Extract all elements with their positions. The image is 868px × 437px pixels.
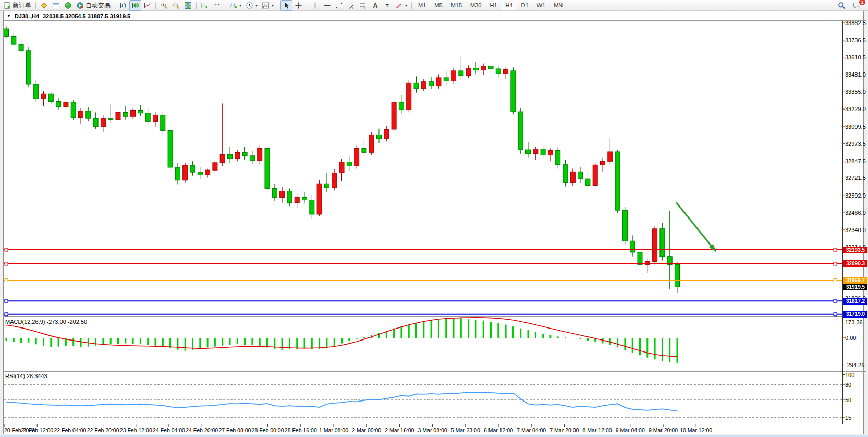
chart-title-bar: ▼ DJ30-,H4 32038.5 32054.5 31807.5 31919…: [4, 11, 863, 20]
line-handle[interactable]: [834, 299, 837, 302]
line-handle[interactable]: [5, 313, 8, 316]
chart-dropdown-icon[interactable]: ▼: [7, 14, 11, 18]
line-handle[interactable]: [834, 278, 837, 282]
line-handle[interactable]: [834, 313, 837, 316]
macd-signal-line: [6, 318, 677, 357]
chart-title-symbol: DJ30-,H4: [15, 13, 39, 19]
rsi-line: [6, 392, 677, 411]
chart-title-ohlc: 32038.5 32054.5 31807.5 31919.5: [43, 13, 130, 19]
line-handle[interactable]: [834, 248, 837, 251]
line-handle[interactable]: [5, 248, 8, 251]
candles: [4, 26, 680, 293]
trend-arrow[interactable]: [676, 202, 715, 251]
line-handle[interactable]: [5, 262, 8, 265]
chart-canvas[interactable]: [0, 0, 868, 437]
line-handle[interactable]: [5, 278, 8, 282]
mt4-application: 新订单自动交易▾▾▾EFAT▾M1M5M15M30H1H4D1W1MN1 ▼ D…: [0, 0, 868, 437]
line-handle[interactable]: [5, 299, 8, 302]
bottom-strip: [0, 435, 868, 437]
line-handle[interactable]: [834, 262, 837, 265]
